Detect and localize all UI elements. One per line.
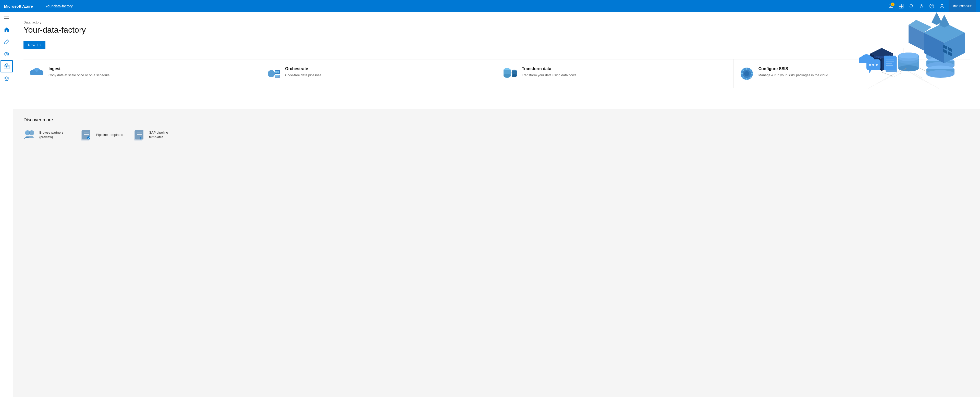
svg-marker-47	[869, 70, 872, 73]
svg-rect-107	[135, 130, 143, 140]
svg-rect-3	[901, 4, 903, 6]
pipeline-templates-label: Pipeline templates	[96, 133, 123, 137]
orchestrate-icon	[266, 67, 280, 81]
svg-marker-80	[32, 75, 38, 79]
hero-illustration	[837, 17, 970, 104]
svg-point-97	[744, 71, 749, 76]
isometric-diagram-svg	[837, 17, 970, 99]
svg-point-9	[941, 4, 943, 6]
discover-item-sap-templates[interactable]: S SAP pipeline templates	[133, 129, 180, 141]
cloud-shell-badge: 1	[891, 3, 894, 6]
ingest-text: Ingest Copy data at scale once or on a s…	[48, 67, 110, 78]
feature-cards: Ingest Copy data at scale once or on a s…	[24, 59, 970, 88]
transform-desc: Transform your data using data flows.	[522, 73, 577, 78]
sidebar-item-learn[interactable]	[0, 72, 13, 85]
bell-icon	[909, 4, 914, 8]
sidebar-item-author[interactable]	[0, 36, 13, 48]
sidebar-toggle[interactable]	[0, 14, 13, 22]
svg-rect-84	[275, 71, 277, 73]
azure-logo: Microsoft Azure	[4, 4, 33, 8]
browse-partners-icon	[24, 129, 36, 141]
svg-rect-12	[4, 20, 9, 20]
top-nav: Microsoft Azure Your-data-factory >_ 1	[0, 0, 980, 12]
user-button[interactable]	[937, 2, 947, 11]
svg-rect-10	[4, 17, 9, 17]
directory-button[interactable]	[897, 2, 906, 11]
chevron-down-icon: ▾	[37, 44, 41, 46]
transform-title: Transform data	[522, 67, 577, 71]
settings-icon	[919, 4, 924, 8]
discover-section: Discover more Browse partners (preview)	[13, 109, 980, 149]
author-icon	[4, 39, 10, 44]
settings-button[interactable]	[917, 2, 926, 11]
svg-rect-85	[277, 71, 279, 73]
svg-rect-79	[30, 72, 43, 75]
svg-rect-2	[899, 4, 901, 6]
hero-subtitle: Data factory	[24, 21, 970, 24]
orchestrate-text: Orchestrate Code-free data pipelines.	[285, 67, 322, 78]
feature-card-ingest[interactable]: Ingest Copy data at scale once or on a s…	[24, 59, 260, 88]
help-icon: ?	[929, 4, 934, 8]
orchestrate-title: Orchestrate	[285, 67, 322, 71]
new-button[interactable]: New ▾	[24, 41, 45, 49]
transform-icon	[503, 67, 517, 81]
discover-item-browse-partners[interactable]: Browse partners (preview)	[24, 129, 70, 141]
feature-card-orchestrate[interactable]: Orchestrate Code-free data pipelines.	[260, 59, 496, 88]
svg-line-20	[868, 68, 904, 89]
sidebar-item-home[interactable]	[0, 24, 13, 36]
svg-point-99	[29, 130, 34, 135]
svg-point-49	[872, 64, 874, 66]
svg-rect-41	[884, 56, 896, 70]
sidebar-item-manage[interactable]	[0, 60, 13, 72]
svg-rect-87	[275, 76, 278, 77]
resource-name: Your-data-factory	[45, 4, 73, 8]
learn-icon	[4, 76, 10, 81]
svg-point-81	[268, 70, 275, 77]
discover-item-pipeline-templates[interactable]: Pipeline templates	[80, 129, 123, 141]
transform-text: Transform data Transform your data using…	[522, 67, 577, 78]
pages-icon	[884, 56, 897, 71]
ssis-desc: Manage & run your SSIS packages in the c…	[759, 73, 829, 78]
discover-title: Discover more	[24, 117, 970, 123]
hero-section: Data factory Your-data-factory New ▾	[13, 12, 980, 109]
sap-templates-label: SAP pipeline templates	[149, 130, 180, 140]
main-content: Data factory Your-data-factory New ▾	[13, 12, 980, 397]
brand-section: Microsoft Azure Your-data-factory	[4, 3, 73, 9]
ssis-title: Configure SSIS	[759, 67, 829, 71]
feature-card-transform[interactable]: Transform data Transform your data using…	[497, 59, 733, 88]
svg-text:S: S	[140, 137, 142, 140]
ssis-text: Configure SSIS Manage & run your SSIS pa…	[759, 67, 829, 78]
notifications-button[interactable]	[907, 2, 916, 11]
help-button[interactable]: ?	[927, 2, 936, 11]
new-button-label: New	[28, 43, 35, 47]
discover-items: Browse partners (preview) Pipeline templ…	[24, 129, 970, 141]
svg-rect-11	[4, 18, 9, 19]
pipeline-templates-icon	[80, 129, 92, 141]
svg-point-14	[6, 53, 7, 55]
svg-rect-18	[6, 66, 7, 67]
svg-rect-86	[275, 75, 279, 76]
svg-rect-74	[859, 59, 874, 63]
account-button[interactable]: MICROSOFT	[948, 0, 976, 12]
ingest-desc: Copy data at scale once or on a schedule…	[48, 73, 110, 78]
svg-point-39	[898, 58, 919, 64]
browse-partners-label: Browse partners (preview)	[39, 130, 70, 140]
ingest-icon	[30, 67, 44, 81]
svg-point-94	[512, 74, 517, 77]
svg-point-48	[869, 64, 871, 66]
svg-rect-4	[899, 6, 901, 8]
nav-actions: >_ 1 ?	[886, 2, 947, 11]
svg-point-6	[921, 5, 922, 7]
home-icon	[4, 27, 10, 32]
svg-marker-75	[859, 65, 864, 68]
svg-rect-5	[901, 6, 903, 8]
user-icon	[940, 4, 944, 8]
sidebar-item-monitor[interactable]	[0, 48, 13, 60]
svg-point-36	[898, 65, 919, 71]
ssis-icon	[740, 67, 754, 81]
database-cylinder	[898, 52, 919, 71]
monitor-icon	[4, 51, 10, 57]
svg-point-50	[876, 64, 878, 66]
svg-point-90	[504, 74, 511, 78]
cloud-shell-button[interactable]: >_ 1	[886, 2, 896, 11]
